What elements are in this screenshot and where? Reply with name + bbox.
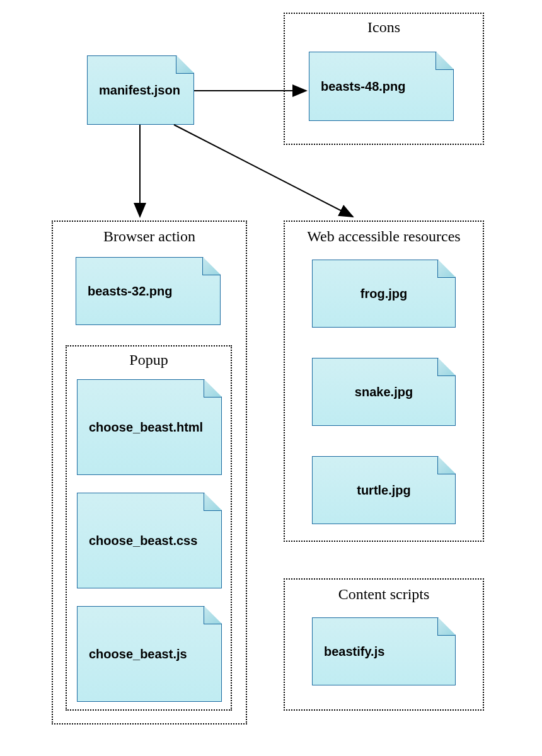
- group-label-icons: Icons: [284, 19, 484, 36]
- page-fold-icon: [437, 260, 455, 278]
- page-fold-icon: [202, 258, 220, 275]
- file-beastify: beastify.js: [312, 617, 456, 685]
- page-fold-icon: [435, 52, 453, 70]
- file-choose-css: choose_beast.css: [77, 493, 222, 588]
- page-fold-icon: [204, 607, 221, 624]
- file-label: manifest.json: [99, 83, 180, 98]
- file-label: choose_beast.css: [89, 534, 197, 548]
- file-frog: frog.jpg: [312, 260, 456, 328]
- file-choose-html: choose_beast.html: [77, 379, 222, 475]
- file-manifest: manifest.json: [87, 55, 194, 125]
- group-label-popup: Popup: [66, 352, 232, 369]
- file-label: turtle.jpg: [357, 483, 411, 498]
- file-beasts-48: beasts-48.png: [309, 52, 454, 121]
- file-snake: snake.jpg: [312, 358, 456, 426]
- group-label-content-scripts: Content scripts: [284, 586, 484, 603]
- file-label: choose_beast.html: [89, 420, 203, 435]
- file-label: choose_beast.js: [89, 647, 187, 662]
- file-turtle: turtle.jpg: [312, 456, 456, 524]
- group-label-war: Web accessible resources: [284, 228, 484, 245]
- file-label: beasts-32.png: [88, 284, 172, 299]
- file-choose-js: choose_beast.js: [77, 606, 222, 702]
- file-beasts-32: beasts-32.png: [76, 257, 221, 325]
- file-label: snake.jpg: [355, 385, 413, 399]
- page-fold-icon: [204, 493, 221, 511]
- page-fold-icon: [437, 457, 455, 474]
- page-fold-icon: [176, 56, 193, 74]
- file-label: beastify.js: [324, 644, 384, 659]
- group-label-browser-action: Browser action: [52, 228, 247, 245]
- page-fold-icon: [437, 618, 455, 636]
- page-fold-icon: [437, 358, 455, 376]
- page-fold-icon: [204, 380, 221, 398]
- file-label: beasts-48.png: [321, 79, 405, 94]
- file-label: frog.jpg: [360, 287, 407, 301]
- diagram-canvas: manifest.json Icons beasts-48.png Browse…: [0, 0, 542, 756]
